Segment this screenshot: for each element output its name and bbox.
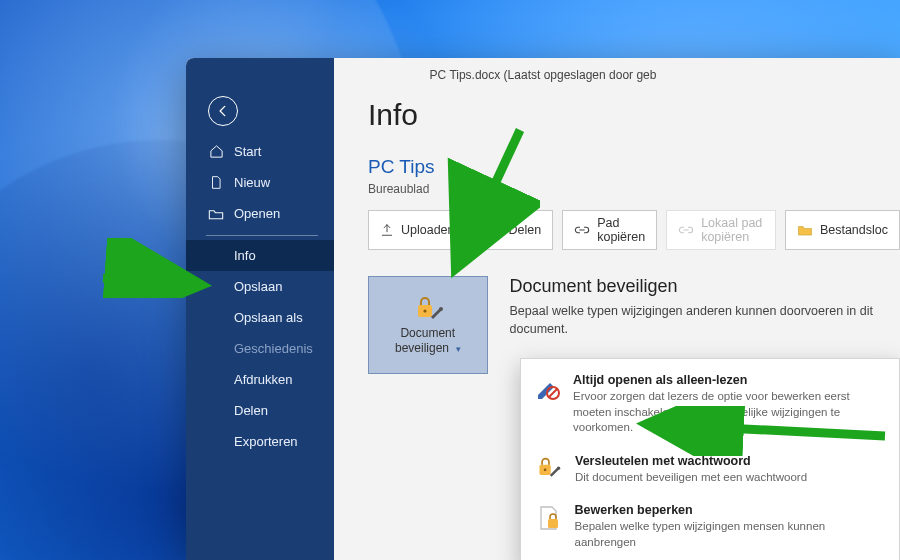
- menu-item-title: Versleutelen met wachtwoord: [575, 454, 751, 468]
- menu-item-sub: Ervoor zorgen dat lezers de optie voor b…: [573, 389, 885, 436]
- protect-button-label-1: Document: [400, 326, 455, 340]
- backstage-sidebar: Start Nieuw Openen Info Opslaan: [186, 58, 334, 560]
- info-pane: Info PC Tips Bureaublad Uploaden Delen P: [334, 58, 900, 560]
- sidebar-item-history: Geschiedenis: [186, 333, 334, 364]
- folder-icon: [797, 224, 813, 237]
- protect-document-button[interactable]: Document beveiligen ▾: [368, 276, 488, 374]
- sidebar-item-start[interactable]: Start: [186, 136, 334, 167]
- menu-item-title: Altijd openen als alleen-lezen: [573, 373, 747, 387]
- sidebar-item-export[interactable]: Exporteren: [186, 426, 334, 457]
- share-button[interactable]: Delen: [476, 210, 554, 250]
- sidebar-item-label: Opslaan: [234, 279, 282, 294]
- back-button[interactable]: [208, 96, 238, 126]
- word-backstage-window: PC Tips.docx (Laatst opgeslagen door geb…: [186, 58, 900, 560]
- sidebar-item-save[interactable]: Opslaan: [186, 271, 334, 302]
- sidebar-item-label: Openen: [234, 206, 280, 221]
- menu-item-encrypt[interactable]: Versleutelen met wachtwoord Dit document…: [521, 446, 899, 496]
- svg-point-1: [423, 310, 426, 313]
- chevron-down-icon: ▾: [453, 344, 461, 354]
- svg-point-2: [439, 307, 443, 311]
- menu-item-sub: Bepalen welke typen wijzigingen mensen k…: [575, 519, 885, 550]
- sidebar-item-open[interactable]: Openen: [186, 198, 334, 229]
- sidebar-item-print[interactable]: Afdrukken: [186, 364, 334, 395]
- file-location-button[interactable]: Bestandsloc: [785, 210, 900, 250]
- sidebar-item-info[interactable]: Info: [186, 240, 334, 271]
- back-arrow-icon: [216, 104, 230, 118]
- share-icon: [488, 223, 502, 237]
- pen-prohibit-icon: [535, 373, 561, 436]
- upload-icon: [380, 223, 394, 237]
- svg-rect-8: [548, 519, 558, 528]
- svg-point-7: [557, 466, 560, 469]
- button-label: Uploaden: [401, 223, 455, 237]
- lock-key-icon: [535, 454, 563, 486]
- sidebar-item-save-as[interactable]: Opslaan als: [186, 302, 334, 333]
- sidebar-item-share[interactable]: Delen: [186, 395, 334, 426]
- info-toolbar: Uploaden Delen Pad kopiëren Lokaal pad k…: [368, 210, 900, 250]
- page-icon: [208, 175, 224, 190]
- button-label: Delen: [509, 223, 542, 237]
- page-title: Info: [368, 98, 900, 132]
- sidebar-item-label: Nieuw: [234, 175, 270, 190]
- sidebar-item-label: Opslaan als: [234, 310, 303, 325]
- copy-local-path-button: Lokaal pad kopiëren: [666, 210, 776, 250]
- sidebar-item-label: Info: [234, 248, 256, 263]
- document-location: Bureaublad: [368, 182, 900, 196]
- home-icon: [208, 144, 224, 159]
- sidebar-separator: [206, 235, 318, 236]
- protect-document-menu: Altijd openen als alleen-lezen Ervoor zo…: [520, 358, 900, 560]
- sidebar-item-label: Delen: [234, 403, 268, 418]
- menu-item-title: Bewerken beperken: [575, 503, 693, 517]
- upload-button[interactable]: Uploaden: [368, 210, 467, 250]
- button-label: Lokaal pad kopiëren: [701, 216, 764, 244]
- link-icon: [574, 224, 590, 236]
- link-icon: [678, 224, 694, 236]
- svg-point-6: [544, 468, 547, 471]
- protect-button-label-2: beveiligen: [395, 341, 449, 355]
- page-lock-icon: [535, 503, 563, 550]
- protect-section-title: Document beveiligen: [510, 276, 900, 297]
- button-label: Pad kopiëren: [597, 216, 645, 244]
- button-label: Bestandsloc: [820, 223, 888, 237]
- sidebar-item-label: Geschiedenis: [234, 341, 313, 356]
- menu-item-readonly[interactable]: Altijd openen als alleen-lezen Ervoor zo…: [521, 365, 899, 446]
- menu-item-restrict[interactable]: Bewerken beperken Bepalen welke typen wi…: [521, 495, 899, 560]
- copy-path-button[interactable]: Pad kopiëren: [562, 210, 657, 250]
- protect-section-desc: Bepaal welke typen wijzigingen anderen k…: [510, 303, 900, 338]
- sidebar-item-label: Afdrukken: [234, 372, 293, 387]
- sidebar-item-new[interactable]: Nieuw: [186, 167, 334, 198]
- lock-key-icon: [413, 295, 443, 323]
- sidebar-item-label: Start: [234, 144, 261, 159]
- menu-item-sub: Dit document beveiligen met een wachtwoo…: [575, 470, 807, 486]
- document-title: PC Tips: [368, 156, 900, 178]
- folder-open-icon: [208, 207, 224, 221]
- sidebar-item-label: Exporteren: [234, 434, 298, 449]
